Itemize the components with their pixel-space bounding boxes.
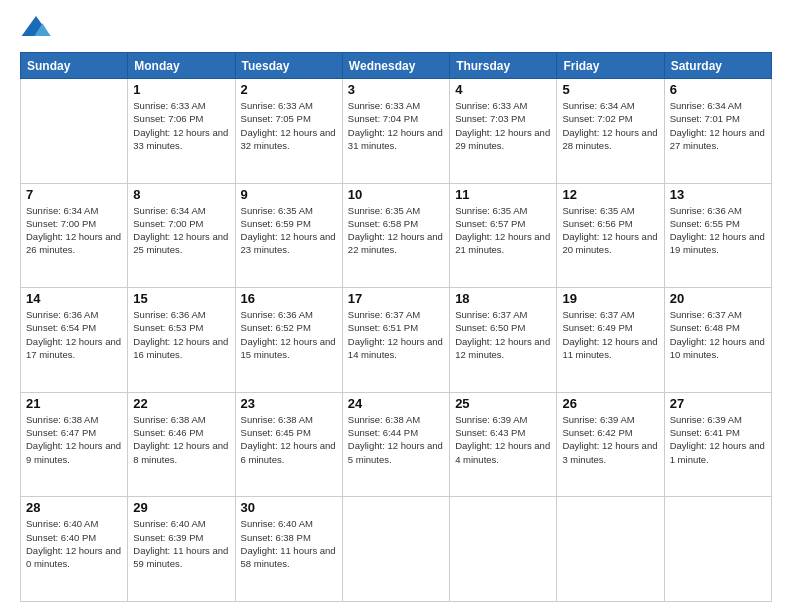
calendar-cell: 21Sunrise: 6:38 AMSunset: 6:47 PMDayligh… [21,392,128,497]
day-number: 28 [26,500,122,515]
day-info: Sunrise: 6:34 AMSunset: 7:01 PMDaylight:… [670,99,766,152]
day-info: Sunrise: 6:33 AMSunset: 7:03 PMDaylight:… [455,99,551,152]
day-info: Sunrise: 6:35 AMSunset: 6:58 PMDaylight:… [348,204,444,257]
page: SundayMondayTuesdayWednesdayThursdayFrid… [0,0,792,612]
day-info: Sunrise: 6:40 AMSunset: 6:40 PMDaylight:… [26,517,122,570]
day-info: Sunrise: 6:39 AMSunset: 6:41 PMDaylight:… [670,413,766,466]
calendar-cell: 19Sunrise: 6:37 AMSunset: 6:49 PMDayligh… [557,288,664,393]
day-info: Sunrise: 6:39 AMSunset: 6:42 PMDaylight:… [562,413,658,466]
week-row-0: 1Sunrise: 6:33 AMSunset: 7:06 PMDaylight… [21,79,772,184]
day-info: Sunrise: 6:36 AMSunset: 6:52 PMDaylight:… [241,308,337,361]
calendar-cell [342,497,449,602]
weekday-header-thursday: Thursday [450,53,557,79]
day-number: 21 [26,396,122,411]
calendar-cell: 28Sunrise: 6:40 AMSunset: 6:40 PMDayligh… [21,497,128,602]
calendar-cell: 20Sunrise: 6:37 AMSunset: 6:48 PMDayligh… [664,288,771,393]
day-number: 29 [133,500,229,515]
day-number: 8 [133,187,229,202]
day-number: 30 [241,500,337,515]
day-number: 5 [562,82,658,97]
day-info: Sunrise: 6:37 AMSunset: 6:50 PMDaylight:… [455,308,551,361]
day-info: Sunrise: 6:33 AMSunset: 7:04 PMDaylight:… [348,99,444,152]
calendar-cell [664,497,771,602]
header [20,16,772,44]
day-info: Sunrise: 6:35 AMSunset: 6:59 PMDaylight:… [241,204,337,257]
day-number: 13 [670,187,766,202]
week-row-4: 28Sunrise: 6:40 AMSunset: 6:40 PMDayligh… [21,497,772,602]
day-info: Sunrise: 6:37 AMSunset: 6:48 PMDaylight:… [670,308,766,361]
day-number: 7 [26,187,122,202]
day-info: Sunrise: 6:35 AMSunset: 6:57 PMDaylight:… [455,204,551,257]
day-number: 16 [241,291,337,306]
day-info: Sunrise: 6:38 AMSunset: 6:44 PMDaylight:… [348,413,444,466]
calendar-cell: 8Sunrise: 6:34 AMSunset: 7:00 PMDaylight… [128,183,235,288]
day-info: Sunrise: 6:40 AMSunset: 6:39 PMDaylight:… [133,517,229,570]
week-row-3: 21Sunrise: 6:38 AMSunset: 6:47 PMDayligh… [21,392,772,497]
calendar-cell: 3Sunrise: 6:33 AMSunset: 7:04 PMDaylight… [342,79,449,184]
calendar-cell: 2Sunrise: 6:33 AMSunset: 7:05 PMDaylight… [235,79,342,184]
day-info: Sunrise: 6:36 AMSunset: 6:53 PMDaylight:… [133,308,229,361]
day-info: Sunrise: 6:33 AMSunset: 7:06 PMDaylight:… [133,99,229,152]
calendar-cell: 27Sunrise: 6:39 AMSunset: 6:41 PMDayligh… [664,392,771,497]
weekday-header-monday: Monday [128,53,235,79]
calendar-cell: 23Sunrise: 6:38 AMSunset: 6:45 PMDayligh… [235,392,342,497]
day-info: Sunrise: 6:37 AMSunset: 6:49 PMDaylight:… [562,308,658,361]
calendar-cell: 12Sunrise: 6:35 AMSunset: 6:56 PMDayligh… [557,183,664,288]
day-number: 4 [455,82,551,97]
calendar-cell: 25Sunrise: 6:39 AMSunset: 6:43 PMDayligh… [450,392,557,497]
day-number: 19 [562,291,658,306]
calendar-cell: 1Sunrise: 6:33 AMSunset: 7:06 PMDaylight… [128,79,235,184]
weekday-header-row: SundayMondayTuesdayWednesdayThursdayFrid… [21,53,772,79]
calendar-cell: 11Sunrise: 6:35 AMSunset: 6:57 PMDayligh… [450,183,557,288]
day-number: 10 [348,187,444,202]
day-number: 14 [26,291,122,306]
calendar-cell: 7Sunrise: 6:34 AMSunset: 7:00 PMDaylight… [21,183,128,288]
day-number: 17 [348,291,444,306]
calendar-cell: 6Sunrise: 6:34 AMSunset: 7:01 PMDaylight… [664,79,771,184]
day-info: Sunrise: 6:34 AMSunset: 7:02 PMDaylight:… [562,99,658,152]
day-info: Sunrise: 6:39 AMSunset: 6:43 PMDaylight:… [455,413,551,466]
day-number: 18 [455,291,551,306]
day-number: 1 [133,82,229,97]
calendar-cell: 26Sunrise: 6:39 AMSunset: 6:42 PMDayligh… [557,392,664,497]
day-info: Sunrise: 6:40 AMSunset: 6:38 PMDaylight:… [241,517,337,570]
calendar-cell: 22Sunrise: 6:38 AMSunset: 6:46 PMDayligh… [128,392,235,497]
weekday-header-sunday: Sunday [21,53,128,79]
calendar-cell: 24Sunrise: 6:38 AMSunset: 6:44 PMDayligh… [342,392,449,497]
day-number: 2 [241,82,337,97]
calendar-cell: 15Sunrise: 6:36 AMSunset: 6:53 PMDayligh… [128,288,235,393]
calendar-cell [21,79,128,184]
day-info: Sunrise: 6:37 AMSunset: 6:51 PMDaylight:… [348,308,444,361]
day-number: 25 [455,396,551,411]
calendar-cell: 30Sunrise: 6:40 AMSunset: 6:38 PMDayligh… [235,497,342,602]
day-number: 15 [133,291,229,306]
day-info: Sunrise: 6:38 AMSunset: 6:45 PMDaylight:… [241,413,337,466]
weekday-header-friday: Friday [557,53,664,79]
day-info: Sunrise: 6:38 AMSunset: 6:46 PMDaylight:… [133,413,229,466]
day-number: 22 [133,396,229,411]
day-number: 26 [562,396,658,411]
day-info: Sunrise: 6:34 AMSunset: 7:00 PMDaylight:… [133,204,229,257]
calendar-cell: 10Sunrise: 6:35 AMSunset: 6:58 PMDayligh… [342,183,449,288]
day-number: 24 [348,396,444,411]
day-number: 20 [670,291,766,306]
calendar-cell: 18Sunrise: 6:37 AMSunset: 6:50 PMDayligh… [450,288,557,393]
calendar-cell: 16Sunrise: 6:36 AMSunset: 6:52 PMDayligh… [235,288,342,393]
day-info: Sunrise: 6:36 AMSunset: 6:55 PMDaylight:… [670,204,766,257]
day-info: Sunrise: 6:35 AMSunset: 6:56 PMDaylight:… [562,204,658,257]
calendar-cell: 13Sunrise: 6:36 AMSunset: 6:55 PMDayligh… [664,183,771,288]
day-info: Sunrise: 6:33 AMSunset: 7:05 PMDaylight:… [241,99,337,152]
weekday-header-tuesday: Tuesday [235,53,342,79]
calendar-cell: 14Sunrise: 6:36 AMSunset: 6:54 PMDayligh… [21,288,128,393]
logo-icon [20,12,52,44]
calendar-cell: 4Sunrise: 6:33 AMSunset: 7:03 PMDaylight… [450,79,557,184]
calendar-cell: 5Sunrise: 6:34 AMSunset: 7:02 PMDaylight… [557,79,664,184]
week-row-2: 14Sunrise: 6:36 AMSunset: 6:54 PMDayligh… [21,288,772,393]
weekday-header-saturday: Saturday [664,53,771,79]
day-number: 9 [241,187,337,202]
calendar-cell: 17Sunrise: 6:37 AMSunset: 6:51 PMDayligh… [342,288,449,393]
calendar-cell: 29Sunrise: 6:40 AMSunset: 6:39 PMDayligh… [128,497,235,602]
day-number: 11 [455,187,551,202]
day-info: Sunrise: 6:34 AMSunset: 7:00 PMDaylight:… [26,204,122,257]
calendar-cell [557,497,664,602]
